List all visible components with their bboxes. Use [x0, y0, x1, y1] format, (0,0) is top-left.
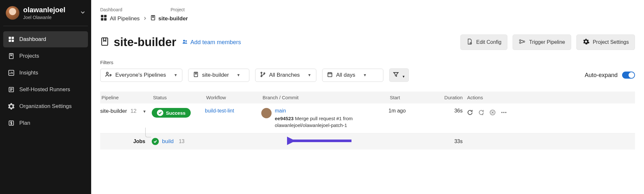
svg-point-17: [520, 40, 521, 41]
caret-down-icon: ▼: [363, 73, 367, 77]
branch-commit-cell: main ee94523 Merge pull request #1 from …: [261, 108, 389, 129]
sidebar-item-label: Self-Hosted Runners: [19, 86, 70, 93]
pipeline-number: 12: [130, 108, 137, 114]
svg-point-30: [505, 112, 506, 113]
svg-rect-2: [9, 40, 11, 42]
svg-rect-22: [194, 72, 198, 76]
sidebar-item-plan[interactable]: Plan: [3, 115, 88, 131]
filters-heading: Filters: [100, 60, 635, 65]
auto-expand-toggle[interactable]: [622, 72, 635, 79]
caret-down-icon: ▼: [236, 73, 240, 77]
branch-icon: [260, 72, 266, 79]
start-time: 1m ago: [389, 108, 427, 114]
filter-project[interactable]: site-builder ▼: [188, 69, 249, 82]
caret-down-icon: ▼: [402, 75, 405, 78]
bookmark-icon: [100, 35, 109, 49]
sidebar-item-projects[interactable]: Projects: [3, 48, 88, 64]
job-number: 13: [179, 139, 185, 144]
pipeline-icon: [519, 38, 526, 46]
breadcrumb-label: site-builder: [159, 15, 188, 22]
pipeline-name-text: site-builder: [100, 108, 127, 114]
people-icon: [182, 39, 188, 46]
col-duration: Duration: [427, 95, 466, 100]
col-branch: Branch / Commit: [261, 95, 389, 100]
workflow-link[interactable]: build-test-lint: [205, 108, 234, 113]
trigger-pipeline-button[interactable]: Trigger Pipeline: [513, 34, 571, 50]
svg-rect-9: [104, 15, 107, 17]
col-workflow: Workflow: [205, 95, 261, 100]
filter-label: All days: [336, 72, 355, 78]
commit-info: ee94523 Merge pull request #1 from olawa…: [275, 115, 389, 129]
row-actions: [466, 108, 508, 117]
svg-rect-8: [101, 15, 103, 17]
sidebar-item-insights[interactable]: Insights: [3, 65, 88, 81]
col-actions: Actions: [466, 95, 508, 100]
tree-connector: [145, 128, 151, 137]
svg-point-28: [501, 112, 503, 113]
svg-rect-3: [12, 40, 14, 42]
sidebar-nav: Dashboard Projects Insights Self-Hosted …: [3, 31, 88, 131]
edit-config-button[interactable]: Edit Config: [460, 34, 507, 50]
rerun-failed-button[interactable]: [477, 108, 485, 117]
funnel-icon: [393, 73, 399, 79]
server-icon: [8, 86, 15, 93]
project-title: site-builder: [100, 35, 176, 49]
sidebar-item-label: Plan: [19, 120, 30, 126]
user-switcher[interactable]: olawanlejoel Joel Olawanle: [3, 6, 88, 26]
crumb-label-dashboard: Dashboard: [100, 7, 122, 12]
crumb-label-project: Project: [171, 7, 185, 12]
breadcrumb-project[interactable]: site-builder: [150, 15, 188, 22]
chevron-right-icon: [143, 15, 147, 22]
check-circle-icon: [152, 138, 159, 145]
check-circle-icon: [157, 110, 163, 116]
auto-expand-label: Auto-expand: [585, 72, 618, 79]
sidebar-item-org-settings[interactable]: Organization Settings: [3, 98, 88, 114]
rerun-button[interactable]: [466, 108, 474, 117]
annotation-arrow-icon: [287, 136, 351, 147]
filter-branches[interactable]: All Branches ▼: [255, 69, 316, 82]
filter-days[interactable]: All days ▼: [322, 69, 383, 82]
avatar: [6, 6, 19, 20]
more-button[interactable]: [500, 108, 508, 117]
svg-point-16: [470, 43, 471, 44]
sidebar-item-label: Organization Settings: [19, 103, 72, 110]
filter-label: All Branches: [269, 72, 300, 78]
svg-point-20: [106, 72, 108, 74]
filters-row: Everyone's Pipelines ▼ site-builder ▼ Al…: [100, 68, 635, 82]
pipeline-cell[interactable]: site-builder 12 ▼: [100, 108, 152, 114]
pipelines-table: Pipeline Status Workflow Branch / Commit…: [100, 92, 635, 150]
filter-pipelines[interactable]: Everyone's Pipelines ▼: [100, 69, 182, 82]
project-settings-button[interactable]: Project Settings: [576, 34, 635, 50]
breadcrumb-labels: Dashboard Project: [100, 7, 635, 12]
chevron-down-icon: [80, 10, 85, 16]
cancel-button[interactable]: [488, 108, 496, 117]
jobs-label: Jobs: [100, 139, 152, 144]
sidebar-item-dashboard[interactable]: Dashboard: [3, 31, 88, 47]
calendar-icon: [327, 72, 333, 79]
svg-point-24: [261, 75, 262, 77]
sidebar-item-label: Insights: [19, 70, 38, 76]
button-label: Project Settings: [593, 39, 629, 45]
svg-point-14: [183, 40, 185, 41]
svg-point-25: [264, 73, 265, 74]
chart-icon: [8, 69, 15, 76]
breadcrumb-all-pipelines[interactable]: All Pipelines: [100, 14, 140, 23]
user-fullname: Joel Olawanle: [23, 15, 76, 20]
dollar-icon: [8, 120, 15, 127]
title-row: site-builder Add team members Edit Confi…: [100, 34, 635, 50]
breadcrumb: All Pipelines site-builder: [100, 14, 635, 23]
file-gear-icon: [466, 38, 473, 46]
job-link[interactable]: build: [162, 138, 174, 145]
caret-down-icon: ▼: [174, 73, 178, 77]
table-header: Pipeline Status Workflow Branch / Commit…: [100, 92, 635, 103]
col-status: Status: [152, 95, 205, 100]
filter-advanced-button[interactable]: ▼: [389, 68, 409, 82]
caret-down-icon[interactable]: ▼: [143, 109, 147, 114]
grid-icon: [8, 36, 15, 43]
add-team-link[interactable]: Add team members: [182, 39, 241, 46]
svg-point-15: [185, 40, 187, 42]
table-row: site-builder 12 ▼ Success build-test-lin…: [100, 103, 635, 133]
branch-link[interactable]: main: [275, 108, 286, 113]
people-gear-icon: [105, 72, 112, 79]
sidebar-item-runners[interactable]: Self-Hosted Runners: [3, 82, 88, 98]
